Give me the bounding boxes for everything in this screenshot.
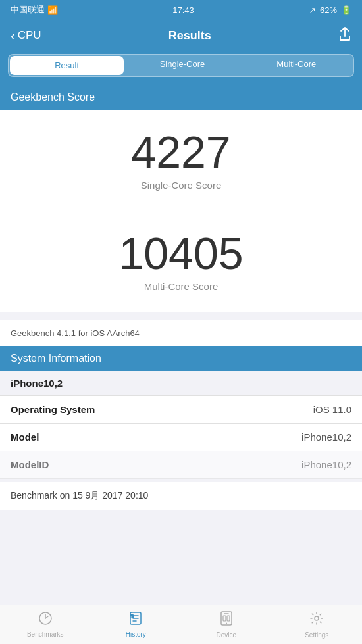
status-time: 17:43 — [172, 5, 194, 15]
tab-history[interactable]: ≡ History — [91, 605, 182, 644]
status-bar: 中国联通 📶 17:43 ↗ 62% 🔋 — [0, 0, 362, 20]
benchmarks-label: Benchmarks — [27, 631, 64, 638]
model-label: Model — [11, 432, 39, 443]
back-label: CPU — [18, 29, 41, 42]
version-line: Geekbench 4.1.1 for iOS AArch64 — [0, 320, 362, 346]
info-row-model: Model iPhone10,2 — [0, 424, 362, 451]
page-title: Results — [168, 29, 211, 43]
svg-point-11 — [226, 622, 227, 624]
tab-bar: Benchmarks ≡ History Device — [0, 605, 362, 644]
svg-rect-9 — [223, 616, 226, 621]
svg-text:≡: ≡ — [131, 614, 133, 618]
system-info-header: System Information — [0, 346, 362, 371]
info-row-modelid: ModelID iPhone10,2 — [0, 451, 362, 479]
segment-single-core[interactable]: Single-Core — [125, 55, 239, 76]
status-right: ↗ 62% 🔋 — [309, 5, 351, 15]
modelid-value: iPhone10,2 — [301, 459, 351, 470]
history-icon: ≡ — [128, 611, 143, 629]
signal-icon: ↗ — [309, 5, 316, 15]
info-row-os: Operating System iOS 11.0 — [0, 396, 362, 424]
carrier-text: 中国联通 — [11, 4, 45, 16]
segment-multi-core[interactable]: Multi-Core — [240, 55, 353, 76]
segment-bar: Result Single-Core Multi-Core — [0, 54, 362, 85]
tab-settings[interactable]: Settings — [272, 605, 363, 644]
segment-control: Result Single-Core Multi-Core — [8, 54, 354, 77]
multi-core-score-value: 10405 — [13, 231, 349, 276]
modelid-label: ModelID — [11, 459, 49, 470]
device-name: iPhone10,2 — [0, 371, 362, 396]
model-value: iPhone10,2 — [301, 432, 351, 443]
share-button[interactable] — [338, 27, 351, 45]
history-label: History — [126, 631, 146, 638]
benchmarks-icon — [38, 611, 53, 629]
settings-label: Settings — [305, 632, 328, 639]
wifi-icon: 📶 — [47, 5, 58, 15]
multi-core-score-label: Multi-Core Score — [13, 281, 349, 292]
status-left: 中国联通 📶 — [11, 4, 58, 16]
single-core-score-value: 4227 — [13, 130, 349, 174]
back-chevron-icon: ‹ — [11, 28, 15, 43]
nav-bar: ‹ CPU Results — [0, 20, 362, 54]
device-label: Device — [216, 632, 236, 639]
settings-icon — [309, 611, 324, 630]
os-value: iOS 11.0 — [313, 404, 351, 415]
score-section: 4227 Single-Core Score — [0, 110, 362, 211]
segment-result[interactable]: Result — [10, 56, 124, 75]
multi-core-score-section: 10405 Multi-Core Score — [0, 211, 362, 312]
os-label: Operating System — [11, 404, 95, 415]
geekbench-score-header: Geekbench Score — [0, 85, 362, 110]
main-content: 中国联通 📶 17:43 ↗ 62% 🔋 ‹ CPU Results Resul… — [0, 0, 362, 549]
benchmark-date: Benchmark on 15 9月 2017 20:10 — [0, 482, 362, 510]
svg-rect-10 — [227, 616, 230, 621]
device-icon — [220, 611, 232, 630]
tab-device[interactable]: Device — [181, 605, 272, 644]
back-button[interactable]: ‹ CPU — [11, 28, 41, 43]
tab-benchmarks[interactable]: Benchmarks — [0, 605, 91, 644]
single-core-score-label: Single-Core Score — [13, 180, 349, 191]
battery-text: 62% — [320, 5, 337, 15]
battery-icon: 🔋 — [341, 5, 351, 15]
svg-point-12 — [315, 616, 319, 620]
